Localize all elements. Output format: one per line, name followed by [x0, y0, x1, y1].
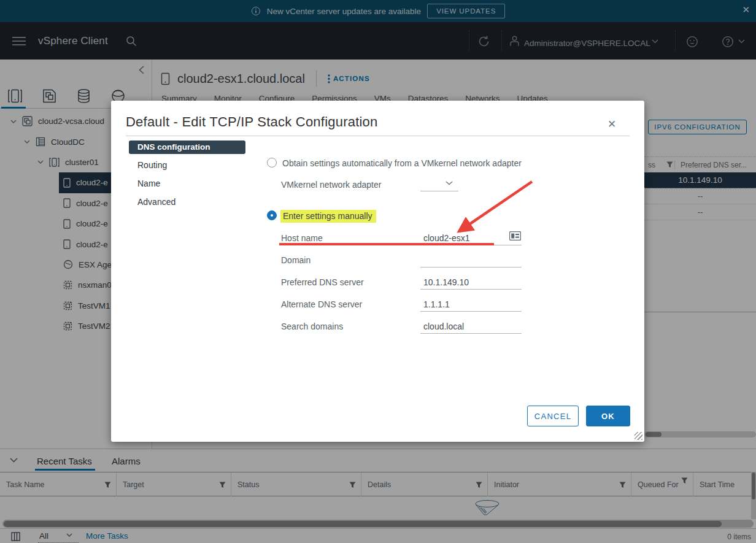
vmkernel-adapter-label: VMkernel network adapter [281, 180, 381, 190]
alternate-dns-input[interactable]: 1.1.1.1 [423, 299, 450, 309]
dialog-title: Default - Edit TCP/IP Stack Configuratio… [126, 114, 378, 130]
cancel-button[interactable]: CANCEL [527, 406, 579, 426]
dialog-close-icon[interactable]: ✕ [608, 118, 616, 131]
domain-label: Domain [281, 255, 310, 265]
preferred-dns-input[interactable]: 10.1.149.10 [423, 277, 469, 287]
ok-button[interactable]: OK [586, 406, 630, 426]
dialog-nav-name[interactable]: Name [129, 179, 245, 188]
input-underline [420, 333, 522, 334]
dialog-nav-routing[interactable]: Routing [129, 160, 245, 170]
radio-obtain-automatically[interactable] [267, 158, 277, 168]
input-underline [420, 311, 522, 312]
radio-label-highlighted: Enter settings manually [280, 210, 376, 223]
host-name-label: Host name [281, 233, 323, 243]
preferred-dns-label: Preferred DNS server [281, 277, 364, 287]
dialog-nav-advanced[interactable]: Advanced [129, 197, 245, 207]
dialog-nav-dns-configuration[interactable]: DNS configuration [129, 141, 245, 154]
alternate-dns-label: Alternate DNS server [281, 299, 362, 309]
annotation-red-arrow [448, 173, 540, 241]
edit-tcpip-stack-dialog: Default - Edit TCP/IP Stack Configuratio… [111, 101, 644, 442]
search-domains-input[interactable]: cloud.local [423, 322, 464, 331]
annotation-red-underline [279, 243, 494, 245]
radio-label: Obtain settings automatically from a VMk… [282, 158, 522, 168]
search-domains-label: Search domains [281, 322, 343, 331]
dialog-resize-handle[interactable] [634, 432, 642, 440]
radio-enter-manually[interactable] [267, 210, 277, 220]
divider [126, 136, 630, 136]
input-underline [420, 289, 522, 290]
input-underline [420, 267, 522, 268]
